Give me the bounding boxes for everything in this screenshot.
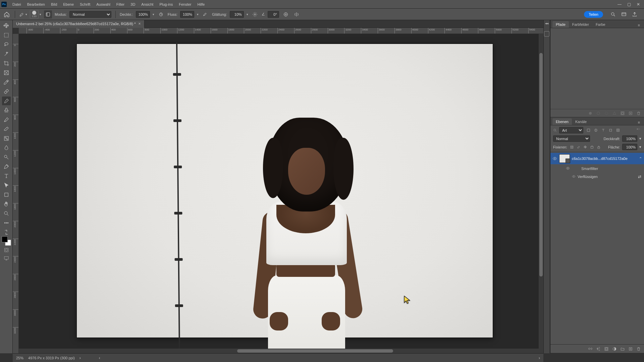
docinfo-menu-icon[interactable]: ›	[79, 356, 81, 360]
layer-thumbnail[interactable]	[559, 154, 570, 163]
panel-menu-icon[interactable]: ≡	[636, 120, 642, 125]
scrollbar-thumb[interactable]	[539, 53, 543, 277]
panel-menu-icon[interactable]: ≡	[636, 22, 642, 28]
filter-shape-icon[interactable]	[607, 127, 613, 133]
lock-transparent-icon[interactable]	[569, 144, 575, 150]
adjustment-layer-icon[interactable]	[612, 346, 617, 352]
smartobject-expand-icon[interactable]: ⌃	[639, 157, 642, 161]
filter-blend-options-icon[interactable]: ⇄	[638, 174, 641, 179]
chevron-down-icon[interactable]: ▾	[247, 13, 248, 16]
group-layers-icon[interactable]	[620, 346, 625, 352]
home-button[interactable]	[3, 10, 11, 18]
blend-mode-select[interactable]: Normal	[553, 135, 590, 142]
smoothing-input[interactable]	[230, 11, 244, 18]
add-mask-icon[interactable]	[620, 111, 625, 116]
delete-layer-icon[interactable]	[636, 346, 641, 352]
lock-nested-icon[interactable]	[589, 144, 595, 150]
pen-tool[interactable]	[2, 162, 11, 171]
blur-tool[interactable]	[2, 143, 11, 152]
visibility-toggle[interactable]	[572, 175, 576, 179]
brush-panel-toggle[interactable]	[44, 10, 52, 18]
marquee-tool[interactable]	[2, 31, 11, 40]
crop-tool[interactable]	[2, 59, 11, 68]
stroke-path-icon[interactable]	[596, 111, 601, 116]
lock-all-icon[interactable]	[596, 144, 601, 150]
export-icon[interactable]	[631, 10, 639, 18]
expand-dock-icon[interactable]: ◂◂	[544, 20, 550, 26]
menu-ebene[interactable]: Ebene	[60, 1, 77, 8]
tab-pfade[interactable]: Pfade	[552, 21, 569, 28]
chevron-down-icon[interactable]: ▾	[153, 13, 154, 16]
lock-position-icon[interactable]	[583, 144, 588, 150]
chevron-down-icon[interactable]: ▾	[197, 13, 199, 16]
ruler-vertical[interactable]: 0200400600800100012001400160018002000220…	[13, 34, 19, 353]
menu-fenster[interactable]: Fenster	[176, 1, 194, 8]
move-tool[interactable]	[2, 21, 11, 30]
canvas-image[interactable]	[77, 44, 493, 338]
menu-3d[interactable]: 3D	[127, 1, 138, 8]
smartfilter-row[interactable]: Smartfilter	[550, 164, 644, 173]
menu-ansicht[interactable]: Ansicht	[138, 1, 156, 8]
filter-mask-thumbnail[interactable]	[572, 166, 579, 172]
chevron-down-icon[interactable]: ▾	[639, 136, 641, 141]
new-layer-icon[interactable]	[628, 346, 633, 352]
color-swatches[interactable]	[2, 236, 11, 246]
tab-farbfelder[interactable]: Farbfelder	[569, 21, 592, 28]
menu-schrift[interactable]: Schrift	[77, 1, 93, 8]
symmetry-toggle[interactable]	[292, 10, 301, 18]
layer-filter-kind[interactable]: Art	[559, 127, 583, 133]
canvas-viewport[interactable]	[19, 34, 543, 353]
blend-mode-select[interactable]: Normal	[69, 11, 111, 18]
delete-path-icon[interactable]	[636, 111, 641, 116]
hand-tool[interactable]	[2, 200, 11, 208]
visibility-toggle[interactable]	[552, 156, 557, 161]
canvas-vertical-scrollbar[interactable]	[539, 34, 543, 353]
scrollbar-thumb[interactable]	[237, 349, 393, 353]
share-button[interactable]: Teilen	[584, 11, 603, 18]
zoom-level[interactable]: 25%	[16, 356, 23, 360]
shape-tool[interactable]	[2, 190, 11, 199]
layer-fill-input[interactable]	[622, 144, 637, 150]
brush-tool-preset[interactable]: ▾	[19, 12, 27, 17]
history-brush-tool[interactable]	[2, 115, 11, 124]
wand-tool[interactable]	[2, 50, 11, 58]
brush-preset-picker[interactable]: 133 ▾	[30, 10, 41, 19]
opacity-input[interactable]	[136, 11, 150, 18]
path-from-selection-icon[interactable]	[612, 111, 617, 116]
foreground-color[interactable]	[2, 236, 8, 242]
close-button[interactable]: ✕	[634, 1, 643, 8]
fill-path-icon[interactable]	[588, 111, 593, 116]
menu-bearbeiten[interactable]: Bearbeiten	[24, 1, 48, 8]
layer-row[interactable]: c6a1c3078acbb...d87cd15172a0e ⌃	[550, 153, 644, 164]
new-path-icon[interactable]	[628, 111, 633, 116]
selection-from-path-icon[interactable]	[604, 111, 609, 116]
quickmask-toggle[interactable]	[2, 246, 11, 254]
filter-smart-icon[interactable]	[615, 127, 621, 133]
flow-input[interactable]	[180, 11, 194, 18]
document-tab[interactable]: Unbenannt-2 bei 25% (c6a1c3078acbb8ee629…	[13, 20, 145, 28]
canvas-horizontal-scrollbar[interactable]	[19, 349, 539, 353]
opacity-pressure-toggle[interactable]	[157, 10, 165, 18]
scroll-left-icon[interactable]: ‹	[99, 356, 100, 360]
scroll-right-icon[interactable]: ›	[539, 356, 540, 360]
layer-opacity-input[interactable]	[622, 135, 637, 142]
layer-mask-icon[interactable]	[604, 346, 609, 352]
menu-hilfe[interactable]: Hilfe	[194, 1, 208, 8]
tab-ebenen[interactable]: Ebenen	[552, 118, 572, 125]
eyedropper-tool[interactable]	[2, 78, 11, 86]
stamp-tool[interactable]	[2, 106, 11, 115]
lasso-tool[interactable]	[2, 40, 11, 49]
filter-pixel-icon[interactable]	[585, 127, 591, 133]
workspace-icon[interactable]	[620, 10, 628, 18]
minimize-button[interactable]: —	[615, 1, 624, 8]
swap-colors[interactable]	[2, 230, 11, 235]
maximize-button[interactable]: ▢	[625, 1, 633, 8]
layer-name[interactable]: c6a1c3078acbb...d87cd15172a0e	[572, 157, 637, 161]
healing-tool[interactable]	[2, 87, 11, 96]
filter-adjust-icon[interactable]	[593, 127, 599, 133]
menu-filter[interactable]: Filter	[113, 1, 127, 8]
search-icon[interactable]	[609, 10, 617, 18]
smartfilter-item[interactable]: Verflüssigen ⇄	[550, 173, 644, 180]
tab-farbe[interactable]: Farbe	[592, 21, 609, 28]
filter-type-icon[interactable]	[600, 127, 606, 133]
